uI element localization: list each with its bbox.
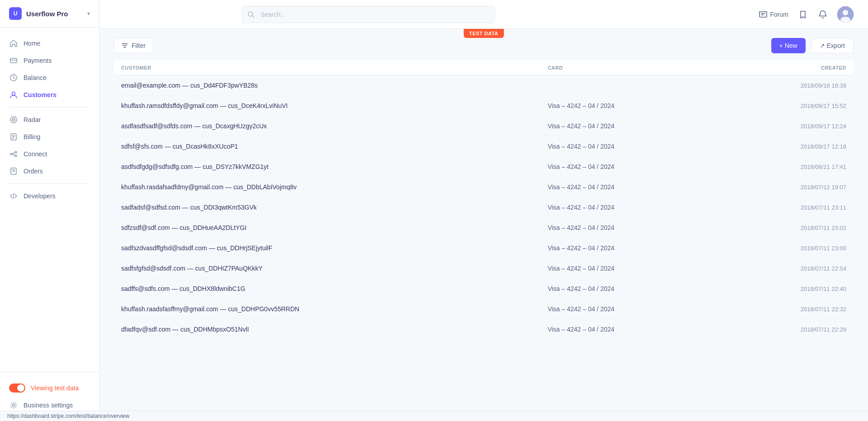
customer-cell: sadfadsf@sdfsd.com — cus_DDI3qwtKm53GVk: [114, 197, 540, 218]
radar-icon: [9, 115, 18, 124]
filter-button[interactable]: Filter: [114, 38, 153, 53]
app-logo: U: [9, 7, 22, 20]
bookmark-icon[interactable]: [797, 9, 808, 20]
column-header-customer: CUSTOMER: [114, 61, 540, 75]
created-cell: 2018/07/11 22:32: [720, 299, 854, 319]
main-content: Forum T: [99, 0, 868, 421]
customer-cell: asdfasdfsadf@sdfds.com — cus_DcaxgHUzgy2…: [114, 116, 540, 136]
created-cell: 2018/07/11 23:00: [720, 238, 854, 258]
customer-cell: sdfzsdf@sdf.com — cus_DDHueAA2DLtYGI: [114, 218, 540, 238]
notifications-icon[interactable]: [817, 9, 828, 20]
card-cell: Visa – 4242 – 04 / 2024: [540, 197, 720, 218]
search-input[interactable]: [242, 6, 495, 23]
sidebar-item-billing[interactable]: Billing: [0, 128, 99, 145]
customer-cell: sadffs@sdfs.com — cus_DDHX8ldwnibC1G: [114, 279, 540, 299]
column-header-created: CREATED: [720, 61, 854, 75]
created-cell: 2018/08/21 17:41: [720, 157, 854, 177]
created-cell: 2018/09/18 18:39: [720, 75, 854, 96]
sidebar-item-radar[interactable]: Radar: [0, 111, 99, 128]
svg-line-14: [12, 153, 15, 154]
card-cell: Visa – 4242 – 04 / 2024: [540, 136, 720, 157]
table-row[interactable]: sadfadsf@sdfsd.com — cus_DDI3qwtKm53GVk …: [114, 197, 854, 218]
sidebar-item-customers-label: Customers: [24, 91, 57, 98]
customer-cell: sdfsf@sfs.com — cus_DcasHk8xXUcoP1: [114, 136, 540, 157]
sidebar-item-developers[interactable]: Developers: [0, 187, 99, 205]
card-cell: Visa – 4242 – 04 / 2024: [540, 258, 720, 279]
settings-icon: [9, 401, 18, 410]
toggle-knob: [17, 384, 24, 392]
sidebar-item-balance[interactable]: Balance: [0, 69, 99, 86]
connect-icon: [9, 150, 18, 159]
sidebar-item-home[interactable]: Home: [0, 35, 99, 52]
test-data-label: Viewing test data: [31, 384, 79, 392]
user-avatar[interactable]: [837, 6, 854, 23]
table-row[interactable]: sadffs@sdfs.com — cus_DDHX8ldwnibC1G Vis…: [114, 279, 854, 299]
sidebar-item-payments-label: Payments: [24, 57, 52, 64]
nav-divider-1: [9, 107, 90, 108]
svg-point-3: [12, 92, 15, 95]
table-row[interactable]: khuffash.ramsdfdsffdy@gmail.com — cus_Dc…: [114, 96, 854, 116]
export-button[interactable]: ↗ Export: [811, 38, 854, 53]
customer-cell: khuffash.raadsfasffmy@gmail.com — cus_DD…: [114, 299, 540, 319]
billing-icon: [9, 132, 18, 141]
table-row[interactable]: sadfszdvasdffgfsd@sdsdf.com — cus_DDHrjS…: [114, 238, 854, 258]
status-url: https://dashboard.stripe.com/test/balanc…: [7, 413, 129, 419]
home-icon: [9, 39, 18, 48]
svg-point-19: [13, 404, 15, 407]
filter-icon: [122, 42, 128, 49]
nav-divider-2: [9, 183, 90, 184]
filter-label: Filter: [132, 42, 146, 49]
test-data-toggle[interactable]: Viewing test data: [0, 379, 99, 397]
table-row[interactable]: sdfzsdf@sdf.com — cus_DDHueAA2DLtYGI Vis…: [114, 218, 854, 238]
sidebar-item-orders-label: Orders: [24, 168, 43, 175]
table-row[interactable]: asdfasdfsadf@sdfds.com — cus_DcaxgHUzgy2…: [114, 116, 854, 136]
customer-cell: sadfszdvasdffgfsd@sdsdf.com — cus_DDHrjS…: [114, 238, 540, 258]
test-data-switch[interactable]: [9, 384, 25, 393]
toolbar-right: + New ↗ Export: [771, 38, 854, 53]
svg-line-21: [252, 16, 254, 18]
table-row[interactable]: sdfsf@sfs.com — cus_DcasHk8xXUcoP1 Visa …: [114, 136, 854, 157]
sidebar-item-connect-label: Connect: [24, 150, 47, 158]
search-bar: [242, 6, 495, 23]
payments-icon: [9, 56, 18, 65]
balance-icon: [9, 73, 18, 82]
created-cell: 2018/07/11 22:54: [720, 258, 854, 279]
table-row[interactable]: khuffash.rasdafsadfdmy@gmail.com — cus_D…: [114, 177, 854, 197]
svg-point-11: [10, 153, 12, 155]
created-cell: 2018/07/11 22:40: [720, 279, 854, 299]
sidebar: U Userflow Pro ▾ Home Payments: [0, 0, 99, 421]
test-data-banner: TEST DATA: [464, 29, 504, 38]
card-cell: Visa – 4242 – 04 / 2024: [540, 157, 720, 177]
table-row[interactable]: asdfsdfgdg@sdfsdfg.com — cus_DSYz7kkVMZG…: [114, 157, 854, 177]
sidebar-item-customers[interactable]: Customers: [0, 86, 99, 103]
svg-point-13: [15, 155, 17, 157]
sidebar-item-balance-label: Balance: [24, 74, 47, 81]
sidebar-item-orders[interactable]: Orders: [0, 163, 99, 180]
customer-cell: asdfsdfgdg@sdfsdfg.com — cus_DSYz7kkVMZG…: [114, 157, 540, 177]
customer-cell: dfadfqv@sdf.com — cus_DDHMbpsxO51NvlI: [114, 319, 540, 340]
table-row[interactable]: email@example.com — cus_Dd4FDF3pwYB28s 2…: [114, 75, 854, 96]
customer-cell: khuffash.ramsdfdsffdy@gmail.com — cus_Dc…: [114, 96, 540, 116]
svg-point-12: [15, 151, 17, 153]
created-cell: 2018/09/17 12:24: [720, 116, 854, 136]
app-brand: Userflow Pro: [26, 10, 83, 18]
created-cell: 2018/09/17 15:52: [720, 96, 854, 116]
table-row[interactable]: sadfsfgfsd@sdsdf.com — cus_DDHIZ7PAuQKkk…: [114, 258, 854, 279]
sidebar-header[interactable]: U Userflow Pro ▾: [0, 0, 99, 28]
customers-table: CUSTOMER CARD CREATED email@example.com …: [114, 61, 854, 340]
created-cell: 2018/07/12 19:07: [720, 177, 854, 197]
table-row[interactable]: dfadfqv@sdf.com — cus_DDHMbpsxO51NvlI Vi…: [114, 319, 854, 340]
card-cell: Visa – 4242 – 04 / 2024: [540, 299, 720, 319]
forum-button[interactable]: Forum: [759, 10, 788, 19]
customers-table-container: CUSTOMER CARD CREATED email@example.com …: [99, 61, 868, 340]
customers-icon: [9, 90, 18, 99]
sidebar-item-payments[interactable]: Payments: [0, 52, 99, 69]
orders-icon: [9, 167, 18, 176]
card-cell: Visa – 4242 – 04 / 2024: [540, 319, 720, 340]
card-cell: Visa – 4242 – 04 / 2024: [540, 116, 720, 136]
table-body: email@example.com — cus_Dd4FDF3pwYB28s 2…: [114, 75, 854, 340]
customer-cell: email@example.com — cus_Dd4FDF3pwYB28s: [114, 75, 540, 96]
table-row[interactable]: khuffash.raadsfasffmy@gmail.com — cus_DD…: [114, 299, 854, 319]
sidebar-item-connect[interactable]: Connect: [0, 145, 99, 163]
new-button[interactable]: + New: [771, 38, 806, 53]
